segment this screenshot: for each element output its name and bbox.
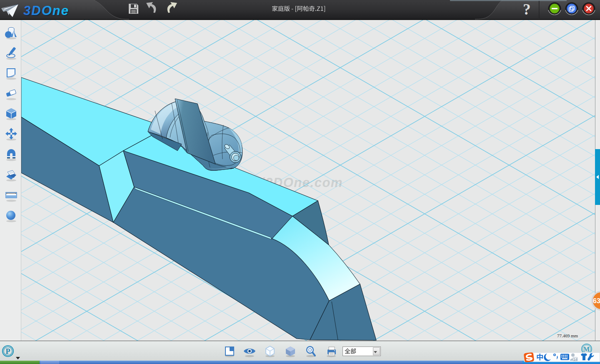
svg-text:14: 14	[573, 357, 578, 362]
svg-text:?: ?	[523, 1, 531, 18]
svg-text:3DOne: 3DOne	[23, 3, 69, 18]
svg-text:63: 63	[593, 297, 600, 304]
